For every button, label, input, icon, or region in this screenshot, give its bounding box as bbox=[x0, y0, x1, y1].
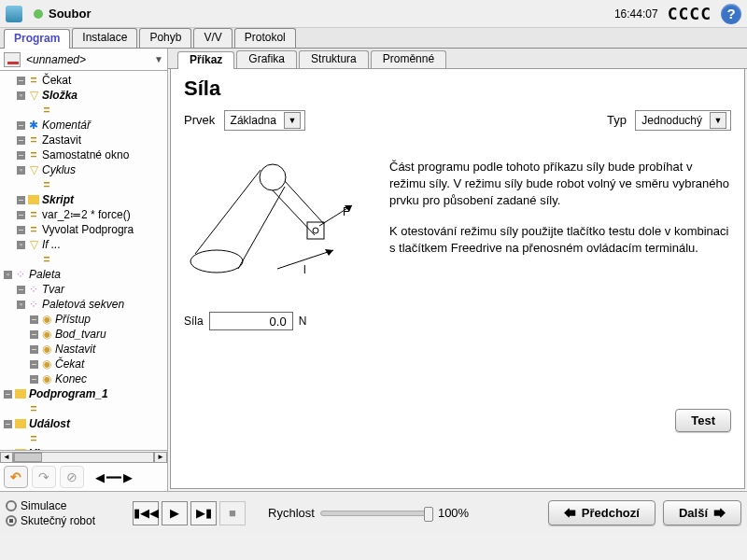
subtab-command[interactable]: Příkaz bbox=[177, 51, 234, 69]
toggle-icon[interactable] bbox=[17, 405, 25, 413]
file-menu[interactable]: Soubor bbox=[49, 7, 92, 21]
toggle-icon[interactable] bbox=[30, 106, 38, 115]
scroll-thumb[interactable] bbox=[14, 453, 42, 462]
scroll-track[interactable] bbox=[13, 452, 154, 463]
tab-protokol[interactable]: Protokol bbox=[234, 28, 296, 48]
next-button[interactable]: Další 🡆 bbox=[663, 500, 741, 525]
tab-instalace[interactable]: Instalace bbox=[72, 28, 137, 48]
title-bar: Soubor 16:44:07 CCCC ? bbox=[0, 0, 747, 28]
toggle-icon[interactable]: – bbox=[17, 151, 25, 160]
play-button[interactable]: ▶ bbox=[162, 501, 188, 525]
chevron-down-icon: ▼ bbox=[284, 112, 301, 129]
toggle-icon[interactable]: – bbox=[4, 390, 12, 399]
tree-node[interactable]: = bbox=[0, 103, 167, 118]
tree-node[interactable]: –=Samostatné okno bbox=[0, 147, 167, 162]
tree-node[interactable]: –◉Čekat bbox=[0, 357, 167, 371]
prev-button[interactable]: 🡄 Předchozí bbox=[548, 500, 655, 525]
redo-button[interactable]: ↷ bbox=[32, 466, 56, 488]
tree-node[interactable]: = bbox=[0, 252, 167, 267]
file-row[interactable]: <unnamed> ▼ bbox=[0, 49, 167, 71]
toggle-icon[interactable]: – bbox=[30, 375, 38, 384]
toggle-icon[interactable]: ◦ bbox=[17, 301, 25, 309]
tree-node[interactable]: –=Zastavit bbox=[0, 133, 167, 147]
tree-node[interactable]: ◦▽If ... bbox=[0, 237, 167, 252]
tree-node[interactable]: –Vl… bbox=[0, 446, 167, 450]
toggle-icon[interactable]: – bbox=[30, 360, 38, 369]
arrow-left-icon[interactable]: ◀ bbox=[95, 470, 105, 484]
help-icon[interactable]: ? bbox=[721, 4, 741, 24]
program-tree[interactable]: –=Čekat◦▽Složka=–✱Komentář–=Zastavit–=Sa… bbox=[0, 71, 167, 450]
subtab-variables[interactable]: Proměnné bbox=[371, 50, 446, 68]
toggle-icon[interactable]: ◦ bbox=[17, 91, 25, 100]
tree-node[interactable]: –⁘Tvar bbox=[0, 282, 167, 297]
tree-node[interactable]: ◦▽Složka bbox=[0, 88, 167, 103]
tree-node[interactable]: –◉Nastavit bbox=[0, 342, 167, 357]
toggle-icon[interactable] bbox=[30, 181, 38, 189]
toggle-icon[interactable]: – bbox=[4, 420, 12, 428]
svg-line-5 bbox=[285, 181, 324, 224]
tree-node[interactable]: –◉Bod_tvaru bbox=[0, 327, 167, 342]
tab-pohyb[interactable]: Pohyb bbox=[139, 28, 191, 48]
disk-icon bbox=[4, 52, 21, 67]
tab-program[interactable]: Program bbox=[4, 29, 70, 49]
toggle-icon[interactable]: – bbox=[30, 345, 38, 354]
svg-point-1 bbox=[260, 164, 286, 190]
toggle-icon[interactable]: – bbox=[17, 121, 25, 130]
toggle-icon[interactable]: – bbox=[17, 136, 25, 145]
toggle-icon[interactable]: – bbox=[17, 226, 25, 234]
step-button[interactable]: ▶▮ bbox=[190, 501, 217, 525]
tree-node[interactable]: = bbox=[0, 177, 167, 192]
undo-button[interactable]: ↶ bbox=[4, 466, 28, 488]
file-dropdown-icon[interactable]: ▼ bbox=[154, 54, 163, 64]
tree-node[interactable]: –=Vyvolat Podprogra bbox=[0, 222, 167, 237]
toggle-icon[interactable]: – bbox=[4, 450, 12, 451]
force-input[interactable] bbox=[209, 312, 293, 330]
subtab-structure[interactable]: Struktura bbox=[299, 50, 369, 68]
arrow-right-icon[interactable]: ▶ bbox=[123, 470, 133, 484]
toggle-icon[interactable]: – bbox=[30, 330, 38, 339]
tree-node[interactable]: –Podprogram_1 bbox=[0, 386, 167, 401]
feature-label: Prvek bbox=[184, 113, 215, 127]
toggle-icon[interactable]: ◦ bbox=[17, 166, 25, 175]
tree-node[interactable]: –◉Přístup bbox=[0, 312, 167, 327]
toggle-icon[interactable]: – bbox=[17, 286, 25, 294]
move-widget[interactable]: ◀ ━━ ▶ bbox=[95, 470, 133, 484]
tree-node[interactable]: = bbox=[0, 431, 167, 446]
toggle-icon[interactable]: – bbox=[17, 196, 25, 204]
speed-slider[interactable] bbox=[320, 511, 432, 516]
tree-node[interactable]: ◦▽Cyklus bbox=[0, 162, 167, 177]
ur-logo-icon bbox=[6, 6, 22, 22]
slider-knob[interactable] bbox=[424, 507, 433, 522]
tree-node[interactable]: = bbox=[0, 401, 167, 416]
type-dropdown[interactable]: Jednoduchý ▼ bbox=[635, 110, 731, 131]
stop-button[interactable]: ■ bbox=[219, 501, 246, 525]
tree-node[interactable]: –=var_2≔2 * force() bbox=[0, 207, 167, 222]
scroll-left-icon[interactable]: ◄ bbox=[0, 452, 13, 463]
toggle-icon[interactable]: – bbox=[30, 315, 38, 324]
toggle-icon[interactable]: – bbox=[17, 211, 25, 219]
tree-node[interactable]: –=Čekat bbox=[0, 73, 167, 88]
tree-label: If ... bbox=[42, 238, 61, 251]
tree-node[interactable]: –◉Konec bbox=[0, 371, 167, 386]
toggle-icon[interactable]: ◦ bbox=[17, 241, 25, 249]
toggle-icon[interactable]: ◦ bbox=[4, 271, 12, 279]
tab-io[interactable]: V/V bbox=[193, 28, 232, 48]
tree-node[interactable]: ◦⁘Paletová sekven bbox=[0, 297, 167, 312]
tree-node[interactable]: –Skript bbox=[0, 192, 167, 207]
scroll-right-icon[interactable]: ► bbox=[154, 452, 167, 463]
tree-node[interactable]: ◦⁘Paleta bbox=[0, 267, 167, 282]
tree-hscroll[interactable]: ◄ ► bbox=[0, 450, 167, 463]
real-robot-radio[interactable]: Skutečný robot bbox=[6, 514, 95, 527]
tree-node[interactable]: –✱Komentář bbox=[0, 118, 167, 133]
tree-node[interactable]: –Událost bbox=[0, 416, 167, 431]
rewind-button[interactable]: ▮◀◀ bbox=[133, 501, 159, 525]
toggle-icon[interactable] bbox=[30, 256, 38, 264]
tree-label: var_2≔2 * force() bbox=[42, 208, 131, 221]
feature-dropdown[interactable]: Základna ▼ bbox=[224, 110, 305, 131]
delete-button[interactable]: ⊘ bbox=[60, 466, 84, 488]
test-button[interactable]: Test bbox=[675, 409, 731, 432]
simulation-radio[interactable]: Simulace bbox=[6, 499, 95, 512]
toggle-icon[interactable] bbox=[17, 435, 25, 443]
subtab-graphics[interactable]: Grafika bbox=[236, 50, 297, 68]
toggle-icon[interactable]: – bbox=[17, 77, 25, 85]
